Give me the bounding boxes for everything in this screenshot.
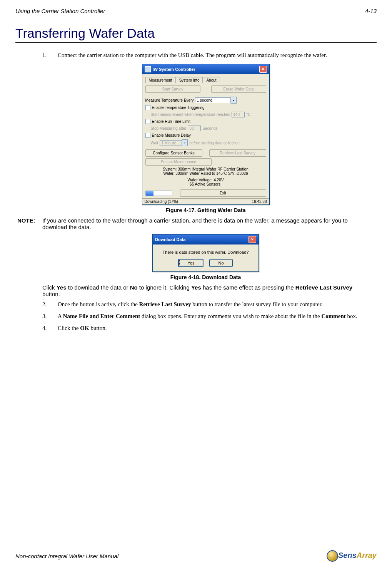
page-title: Transferring Wafer Data (15, 26, 377, 43)
step-text: Click the OK button. (58, 325, 107, 332)
figure-caption-1: Figure 4-17. Getting Wafer Data (42, 207, 369, 213)
tab-measurement[interactable]: Measurement (145, 77, 176, 83)
window-title: IW System Controller (153, 67, 195, 72)
retrieve-last-survey-button[interactable]: Retrieve Last Survey (209, 149, 266, 157)
tab-strip: Measurement System Info About (145, 77, 266, 83)
info-voltage: Wafer Voltage: 4.20V (145, 178, 266, 182)
logo-icon (327, 550, 338, 562)
t: Click (42, 284, 57, 291)
t: Retrieve Last Survey (295, 284, 352, 291)
page-footer: Non-contact Integral Wafer User Manual S… (15, 550, 377, 562)
app-icon (145, 66, 151, 72)
info-sensors: 65 Active Sensors. (145, 182, 266, 186)
step-number: 4. (42, 325, 58, 332)
note-block: NOTE: If you are connected to the wafer … (17, 217, 369, 230)
download-dialog: Download Data × There is data stored on … (152, 234, 259, 272)
trigger-checkbox[interactable] (145, 105, 150, 110)
chevron-down-icon[interactable]: ▼ (182, 139, 188, 146)
delay-post-label: before starting data collection. (189, 141, 240, 145)
step-number: 1. (42, 52, 58, 59)
info-wafer: Wafer: 300mm Wafer Rated to 145°C S/N: D… (145, 171, 266, 176)
trigger-sub-label: Start measurement when temperature reach… (151, 112, 230, 117)
tab-about[interactable]: About (203, 77, 220, 83)
t: Yes (57, 284, 67, 291)
step-1: 1. Connect the carrier station to the co… (42, 52, 369, 59)
runtime-label: Enable Run Time Limit (152, 119, 191, 124)
step-number: 3. (42, 313, 58, 320)
runtime-sub-label: Stop Measuring after (151, 126, 187, 131)
step-4: 4. Click the OK button. (42, 325, 369, 332)
runtime-value-input[interactable]: 30 (188, 126, 201, 131)
step-number: 2. (42, 301, 58, 308)
chevron-down-icon[interactable]: ▼ (231, 97, 237, 104)
erase-wafer-button[interactable]: Erase Wafer Data (211, 85, 266, 93)
note-text: If you are connected to the wafer throug… (42, 217, 369, 230)
t: Yes (191, 284, 201, 291)
note-label: NOTE: (17, 217, 42, 230)
figure-caption-2: Figure 4-18. Download Data (42, 274, 369, 280)
logo-text-blue: Sens (338, 551, 357, 559)
progress-bar (145, 191, 172, 196)
close-icon[interactable]: × (249, 236, 256, 243)
logo-text-gold: Array (357, 551, 377, 559)
header-left: Using the Carrier Station Controller (15, 8, 105, 14)
sensarray-logo: SensArray (327, 550, 377, 562)
t: to download the data or (67, 284, 130, 291)
t: to ignore it. Clicking (138, 284, 191, 291)
note-tail: Click Yes to download the data or No to … (42, 284, 369, 297)
interval-select[interactable]: 1 second (195, 97, 231, 103)
trigger-value-input[interactable]: 140 (232, 112, 245, 117)
exit-button[interactable]: Exit (180, 189, 266, 197)
start-survey-button[interactable]: Start Survey (145, 85, 200, 93)
status-text: Downloading (17%) (145, 199, 178, 204)
delay-select[interactable]: 1 Minute (160, 140, 182, 146)
close-icon[interactable]: × (259, 66, 267, 73)
runtime-unit: Seconds (202, 126, 217, 131)
runtime-checkbox[interactable] (145, 119, 150, 124)
iw-controller-window: IW System Controller × Measurement Syste… (142, 64, 270, 205)
delay-label: Enable Measure Delay (152, 133, 191, 137)
step-text: Connect the carrier station to the compu… (58, 52, 327, 59)
info-system: System: 300mm INtegral Wafer RF Carrier … (145, 167, 266, 171)
page-header: Using the Carrier Station Controller 4-1… (15, 8, 377, 14)
window-titlebar: IW System Controller × (142, 64, 269, 74)
trigger-label: Enable Temperature Triggering (152, 105, 205, 110)
t: has the same effect as pressing the (201, 284, 295, 291)
step-3: 3. A Name File and Enter Comment dialog … (42, 313, 369, 320)
trigger-unit: °C (246, 112, 250, 117)
step-text: A Name File and Enter Comment dialog box… (58, 313, 357, 320)
delay-checkbox[interactable] (145, 133, 150, 138)
yes-button[interactable]: Yes (178, 259, 203, 267)
measure-every-label: Measure Temperature Every (145, 98, 194, 102)
configure-sensor-button[interactable]: Configure Sensor Banks (145, 149, 202, 157)
step-2: 2. Once the button is active, click the … (42, 301, 369, 308)
sensor-maintenance-button[interactable]: Sensor Maintenance (145, 158, 212, 166)
t: button. (42, 291, 60, 297)
delay-wait-label: Wait (151, 141, 158, 145)
dialog-message: There is data stored on this wafer. Down… (157, 250, 254, 255)
no-button[interactable]: No (209, 259, 232, 267)
window-titlebar: Download Data × (153, 234, 259, 244)
t: No (130, 284, 138, 291)
step-text: Once the button is active, click the Ret… (58, 301, 323, 308)
window-title: Download Data (155, 237, 185, 242)
status-time: 16:43.38 (252, 199, 267, 204)
header-right: 4-13 (365, 8, 377, 14)
tab-system-info[interactable]: System Info (176, 77, 203, 83)
footer-text: Non-contact Integral Wafer User Manual (15, 553, 118, 559)
